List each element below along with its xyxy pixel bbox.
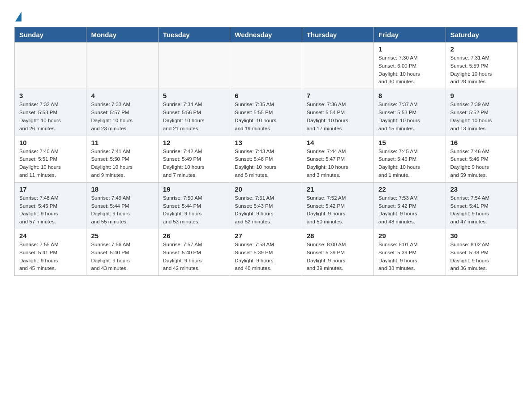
day-number: 3 [19, 92, 82, 99]
calendar-day-cell: 14Sunrise: 7:44 AM Sunset: 5:47 PM Dayli… [302, 136, 373, 182]
day-number: 30 [450, 232, 513, 240]
day-info: Sunrise: 7:51 AM Sunset: 5:43 PM Dayligh… [235, 194, 297, 226]
calendar-week-row: 17Sunrise: 7:48 AM Sunset: 5:45 PM Dayli… [15, 182, 518, 229]
day-info: Sunrise: 7:53 AM Sunset: 5:42 PM Dayligh… [378, 194, 441, 226]
weekday-header-friday: Friday [374, 27, 446, 43]
calendar-table: SundayMondayTuesdayWednesdayThursdayFrid… [14, 27, 518, 276]
calendar-week-row: 1Sunrise: 7:30 AM Sunset: 6:00 PM Daylig… [15, 43, 518, 89]
day-info: Sunrise: 7:46 AM Sunset: 5:46 PM Dayligh… [450, 148, 513, 180]
calendar-day-cell: 22Sunrise: 7:53 AM Sunset: 5:42 PM Dayli… [374, 182, 446, 229]
day-info: Sunrise: 7:58 AM Sunset: 5:39 PM Dayligh… [235, 241, 297, 273]
day-info: Sunrise: 8:01 AM Sunset: 5:39 PM Dayligh… [378, 241, 441, 273]
day-info: Sunrise: 7:32 AM Sunset: 5:58 PM Dayligh… [19, 101, 82, 133]
day-info: Sunrise: 7:49 AM Sunset: 5:44 PM Dayligh… [91, 194, 153, 226]
calendar-day-cell: 17Sunrise: 7:48 AM Sunset: 5:45 PM Dayli… [15, 182, 86, 229]
day-info: Sunrise: 7:57 AM Sunset: 5:40 PM Dayligh… [163, 241, 225, 273]
day-info: Sunrise: 7:54 AM Sunset: 5:41 PM Dayligh… [450, 194, 513, 226]
day-number: 2 [450, 45, 513, 53]
calendar-day-cell: 28Sunrise: 8:00 AM Sunset: 5:39 PM Dayli… [302, 229, 373, 276]
calendar-day-cell: 25Sunrise: 7:56 AM Sunset: 5:40 PM Dayli… [86, 229, 158, 276]
calendar-day-cell: 3Sunrise: 7:32 AM Sunset: 5:58 PM Daylig… [15, 89, 86, 136]
day-number: 10 [19, 139, 82, 146]
day-info: Sunrise: 7:37 AM Sunset: 5:53 PM Dayligh… [378, 101, 441, 133]
calendar-day-cell: 29Sunrise: 8:01 AM Sunset: 5:39 PM Dayli… [374, 229, 446, 276]
calendar-day-cell: 5Sunrise: 7:34 AM Sunset: 5:56 PM Daylig… [158, 89, 230, 136]
calendar-day-cell: 24Sunrise: 7:55 AM Sunset: 5:41 PM Dayli… [15, 229, 86, 276]
day-info: Sunrise: 7:31 AM Sunset: 5:59 PM Dayligh… [450, 54, 513, 86]
weekday-header-thursday: Thursday [302, 27, 373, 43]
calendar-day-cell: 19Sunrise: 7:50 AM Sunset: 5:44 PM Dayli… [158, 182, 230, 229]
day-number: 28 [307, 232, 369, 240]
day-number: 18 [91, 185, 153, 193]
day-number: 22 [378, 185, 441, 193]
logo-triangle-icon [15, 12, 21, 21]
day-info: Sunrise: 7:52 AM Sunset: 5:42 PM Dayligh… [307, 194, 369, 226]
day-number: 7 [307, 92, 369, 99]
day-number: 27 [235, 232, 297, 240]
logo [14, 11, 21, 20]
day-number: 25 [91, 232, 153, 240]
day-number: 6 [235, 92, 297, 99]
calendar-day-cell: 8Sunrise: 7:37 AM Sunset: 5:53 PM Daylig… [374, 89, 446, 136]
day-info: Sunrise: 7:40 AM Sunset: 5:51 PM Dayligh… [19, 148, 82, 180]
day-number: 19 [163, 185, 225, 193]
weekday-header-row: SundayMondayTuesdayWednesdayThursdayFrid… [15, 27, 518, 43]
calendar-day-cell: 2Sunrise: 7:31 AM Sunset: 5:59 PM Daylig… [446, 43, 517, 89]
day-info: Sunrise: 7:42 AM Sunset: 5:49 PM Dayligh… [163, 148, 225, 180]
calendar-day-cell: 11Sunrise: 7:41 AM Sunset: 5:50 PM Dayli… [86, 136, 158, 182]
calendar-day-cell [86, 43, 158, 89]
calendar-day-cell: 20Sunrise: 7:51 AM Sunset: 5:43 PM Dayli… [230, 182, 302, 229]
calendar-day-cell: 27Sunrise: 7:58 AM Sunset: 5:39 PM Dayli… [230, 229, 302, 276]
day-number: 23 [450, 185, 513, 193]
weekday-header-tuesday: Tuesday [158, 27, 230, 43]
calendar-day-cell: 18Sunrise: 7:49 AM Sunset: 5:44 PM Dayli… [86, 182, 158, 229]
calendar-day-cell: 13Sunrise: 7:43 AM Sunset: 5:48 PM Dayli… [230, 136, 302, 182]
day-info: Sunrise: 7:43 AM Sunset: 5:48 PM Dayligh… [235, 148, 297, 180]
day-info: Sunrise: 7:56 AM Sunset: 5:40 PM Dayligh… [91, 241, 153, 273]
calendar-day-cell: 12Sunrise: 7:42 AM Sunset: 5:49 PM Dayli… [158, 136, 230, 182]
day-info: Sunrise: 8:00 AM Sunset: 5:39 PM Dayligh… [307, 241, 369, 273]
calendar-day-cell: 6Sunrise: 7:35 AM Sunset: 5:55 PM Daylig… [230, 89, 302, 136]
day-number: 9 [450, 92, 513, 99]
day-number: 8 [378, 92, 441, 99]
day-number: 17 [19, 185, 82, 193]
weekday-header-saturday: Saturday [446, 27, 517, 43]
calendar-day-cell: 1Sunrise: 7:30 AM Sunset: 6:00 PM Daylig… [374, 43, 446, 89]
day-number: 20 [235, 185, 297, 193]
day-number: 29 [378, 232, 441, 240]
day-info: Sunrise: 8:02 AM Sunset: 5:38 PM Dayligh… [450, 241, 513, 273]
day-number: 4 [91, 92, 153, 99]
day-number: 13 [235, 139, 297, 146]
day-info: Sunrise: 7:39 AM Sunset: 5:52 PM Dayligh… [450, 101, 513, 133]
day-number: 15 [378, 139, 441, 146]
calendar-day-cell: 23Sunrise: 7:54 AM Sunset: 5:41 PM Dayli… [446, 182, 517, 229]
calendar-day-cell: 26Sunrise: 7:57 AM Sunset: 5:40 PM Dayli… [158, 229, 230, 276]
day-info: Sunrise: 7:44 AM Sunset: 5:47 PM Dayligh… [307, 148, 369, 180]
calendar-day-cell [302, 43, 373, 89]
calendar-day-cell: 30Sunrise: 8:02 AM Sunset: 5:38 PM Dayli… [446, 229, 517, 276]
day-info: Sunrise: 7:50 AM Sunset: 5:44 PM Dayligh… [163, 194, 225, 226]
day-number: 1 [378, 45, 441, 53]
day-number: 21 [307, 185, 369, 193]
calendar-day-cell: 10Sunrise: 7:40 AM Sunset: 5:51 PM Dayli… [15, 136, 86, 182]
calendar-day-cell: 21Sunrise: 7:52 AM Sunset: 5:42 PM Dayli… [302, 182, 373, 229]
calendar-day-cell [15, 43, 86, 89]
calendar-day-cell: 7Sunrise: 7:36 AM Sunset: 5:54 PM Daylig… [302, 89, 373, 136]
calendar-day-cell: 4Sunrise: 7:33 AM Sunset: 5:57 PM Daylig… [86, 89, 158, 136]
calendar-week-row: 3Sunrise: 7:32 AM Sunset: 5:58 PM Daylig… [15, 89, 518, 136]
day-info: Sunrise: 7:36 AM Sunset: 5:54 PM Dayligh… [307, 101, 369, 133]
calendar-day-cell [230, 43, 302, 89]
day-info: Sunrise: 7:41 AM Sunset: 5:50 PM Dayligh… [91, 148, 153, 180]
calendar-week-row: 24Sunrise: 7:55 AM Sunset: 5:41 PM Dayli… [15, 229, 518, 276]
day-number: 5 [163, 92, 225, 99]
day-info: Sunrise: 7:30 AM Sunset: 6:00 PM Dayligh… [378, 54, 441, 86]
weekday-header-monday: Monday [86, 27, 158, 43]
day-info: Sunrise: 7:35 AM Sunset: 5:55 PM Dayligh… [235, 101, 297, 133]
calendar-day-cell: 9Sunrise: 7:39 AM Sunset: 5:52 PM Daylig… [446, 89, 517, 136]
calendar-day-cell: 15Sunrise: 7:45 AM Sunset: 5:46 PM Dayli… [374, 136, 446, 182]
day-number: 16 [450, 139, 513, 146]
day-info: Sunrise: 7:55 AM Sunset: 5:41 PM Dayligh… [19, 241, 82, 273]
weekday-header-sunday: Sunday [15, 27, 86, 43]
day-number: 12 [163, 139, 225, 146]
day-number: 24 [19, 232, 82, 240]
